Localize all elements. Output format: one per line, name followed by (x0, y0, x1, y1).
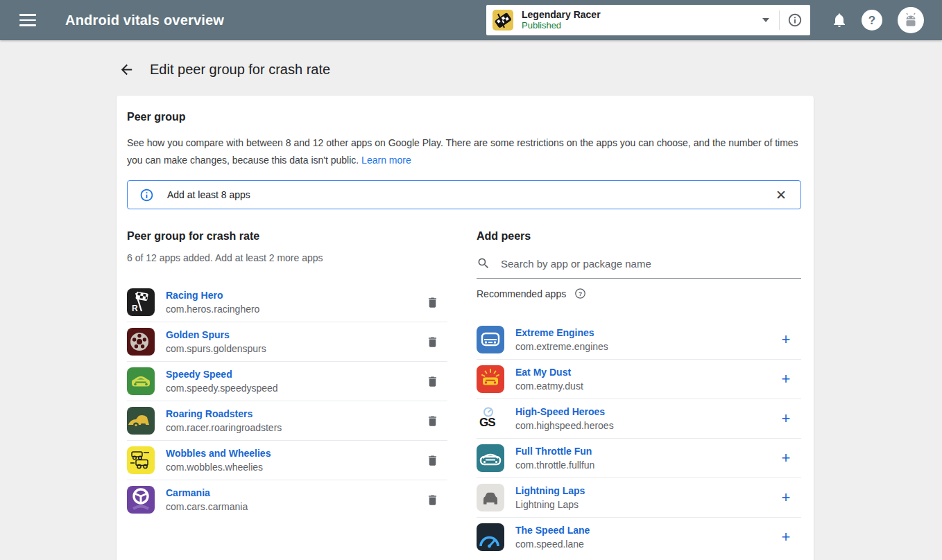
remove-app-button[interactable] (422, 332, 442, 351)
trash-icon (426, 493, 439, 507)
speedy-speed-app-icon (127, 367, 155, 395)
trash-icon (426, 454, 439, 467)
app-name-link[interactable]: Eat My Dust (515, 366, 583, 379)
wobbles-and-wheelies-app-icon (127, 446, 155, 474)
app-text: Racing Hero com.heros.racinghero (166, 289, 259, 316)
peer-app-row: Roaring Roadsters com.racer.roaringroads… (127, 401, 447, 441)
add-app-button[interactable]: + (776, 527, 796, 547)
two-column-layout: Peer group for crash rate 6 of 12 apps a… (127, 230, 801, 557)
recommended-app-row: Lightning Laps Lightning Laps + (477, 478, 801, 518)
app-package: com.speedy.speedyspeed (166, 382, 278, 395)
add-app-button[interactable]: + (776, 448, 796, 468)
app-text: Wobbles and Wheelies com.wobbles.wheelie… (166, 447, 271, 474)
app-name-link[interactable]: Carmania (166, 487, 248, 500)
info-icon (139, 188, 154, 202)
peer-app-row: R Racing Hero com.heros.racinghero (127, 283, 447, 322)
app-package: com.extreme.engines (515, 340, 608, 353)
trash-icon (426, 375, 439, 388)
peer-group-card: Peer group See how you compare with betw… (117, 96, 814, 560)
app-text: The Speed Lane com.speed.lane (515, 524, 590, 551)
app-text: Extreme Engines com.extreme.engines (515, 326, 608, 353)
search-bar (477, 256, 801, 279)
add-app-button[interactable]: + (776, 488, 796, 507)
svg-text:GS: GS (479, 416, 495, 429)
app-name-link[interactable]: Golden Spurs (166, 329, 266, 342)
description-text: See how you compare with between 8 and 1… (127, 137, 798, 166)
remove-app-button[interactable] (422, 411, 442, 430)
app-name-link[interactable]: The Speed Lane (515, 524, 590, 537)
card-title: Peer group (127, 111, 801, 123)
peer-app-row: Wobbles and Wheelies com.wobbles.wheelie… (127, 441, 447, 480)
page-title: Android vitals overview (65, 12, 224, 28)
notifications-button[interactable] (831, 12, 848, 28)
lightning-laps-app-icon (477, 484, 504, 511)
edit-peer-group-title: Edit peer group for crash rate (150, 62, 330, 78)
roaring-roadsters-app-icon (127, 407, 155, 435)
back-arrow-icon (119, 62, 135, 78)
question-mark-icon: ? (868, 15, 875, 26)
extreme-engines-app-icon (477, 326, 504, 353)
card-description: See how you compare with between 8 and 1… (127, 134, 801, 169)
racing-hero-app-icon: R (127, 288, 155, 316)
app-package: com.wobbles.wheelies (166, 461, 271, 474)
help-button[interactable]: ? (862, 10, 882, 30)
remove-app-button[interactable] (422, 292, 442, 312)
peer-app-row: Carmania com.cars.carmania (127, 480, 447, 519)
app-info-button[interactable] (780, 5, 810, 35)
app-text: Speedy Speed com.speedy.speedyspeed (166, 368, 278, 395)
legendary-racer-app-icon (493, 10, 513, 30)
add-app-button[interactable]: + (776, 330, 796, 349)
peer-group-progress: 6 of 12 apps added. Add at least 2 more … (127, 252, 447, 263)
account-avatar[interactable] (898, 7, 924, 33)
carmania-app-icon (127, 486, 155, 514)
remove-app-button[interactable] (422, 371, 442, 391)
plus-icon: + (782, 411, 791, 426)
app-name-link[interactable]: Lightning Laps (515, 484, 585, 498)
peer-app-row: Golden Spurs com.spurs.goldenspurs (127, 322, 447, 362)
app-selector[interactable]: Legendary Racer Published (486, 5, 810, 35)
app-package: com.cars.carmania (166, 500, 248, 514)
page-header: Edit peer group for crash rate (118, 61, 942, 78)
recommended-app-row: GS High-Speed Heroes com.highspeed.heroe… (477, 399, 801, 439)
app-text: Carmania com.cars.carmania (166, 487, 248, 514)
trash-icon (426, 414, 439, 428)
app-name-link[interactable]: Wobbles and Wheelies (166, 447, 271, 460)
info-banner: Add at least 8 apps ✕ (127, 180, 801, 209)
banner-message: Add at least 8 apps (167, 189, 250, 200)
recommended-apps-row: Recommended apps ? (477, 288, 801, 299)
search-input[interactable] (501, 258, 801, 270)
peer-app-row: Speedy Speed com.speedy.speedyspeed (127, 362, 447, 401)
app-name-link[interactable]: High-Speed Heroes (515, 405, 614, 419)
app-package: com.eatmy.dust (515, 380, 583, 393)
remove-app-button[interactable] (422, 450, 442, 470)
app-text: High-Speed Heroes com.highspeed.heroes (515, 405, 614, 432)
app-text: Full Throttle Fun com.throttle.fullfun (515, 445, 594, 472)
learn-more-link[interactable]: Learn more (361, 155, 411, 166)
add-app-button[interactable]: + (776, 409, 796, 428)
app-name-link[interactable]: Full Throttle Fun (515, 445, 594, 458)
add-peers-title: Add peers (477, 230, 801, 243)
app-text: Golden Spurs com.spurs.goldenspurs (166, 329, 266, 356)
trash-icon (426, 296, 439, 309)
add-app-button[interactable]: + (776, 369, 796, 389)
add-peers-column: Add peers Recommended apps ? (477, 230, 801, 557)
app-selector-text: Legendary Racer Published (522, 9, 601, 30)
back-button[interactable] (118, 61, 135, 78)
menu-icon[interactable] (19, 14, 36, 26)
app-name-link[interactable]: Extreme Engines (515, 326, 608, 340)
app-package: com.highspeed.heroes (515, 419, 614, 432)
close-icon: ✕ (776, 188, 787, 202)
svg-text:?: ? (579, 290, 582, 297)
plus-icon: + (782, 371, 791, 387)
recommended-app-row: The Speed Lane com.speed.lane + (477, 518, 801, 557)
app-text: Eat My Dust com.eatmy.dust (515, 366, 583, 393)
remove-app-button[interactable] (422, 490, 442, 509)
app-name-link[interactable]: Speedy Speed (166, 368, 278, 381)
app-name-link[interactable]: Racing Hero (166, 289, 259, 302)
recommended-help-button[interactable]: ? (574, 288, 586, 299)
full-throttle-fun-app-icon (477, 444, 504, 472)
app-status-badge: Published (522, 21, 601, 31)
banner-close-button[interactable]: ✕ (771, 186, 791, 204)
app-name-link[interactable]: Roaring Roadsters (166, 408, 282, 421)
svg-text:R: R (132, 304, 138, 313)
